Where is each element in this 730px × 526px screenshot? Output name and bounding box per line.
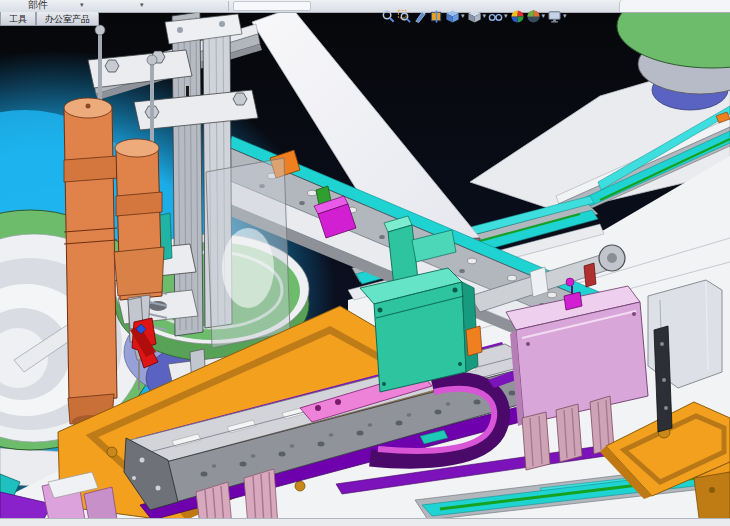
apply-scene-caret-icon[interactable]: ▾	[542, 12, 546, 20]
view-settings-caret-icon[interactable]: ▾	[563, 12, 567, 20]
apply-scene-icon[interactable]	[526, 9, 541, 24]
section-view-icon[interactable]	[429, 9, 444, 24]
press-cylinder-left[interactable]	[64, 98, 117, 429]
tab-office-products[interactable]: 办公室产品	[36, 12, 99, 26]
component-button[interactable]: 部件	[28, 0, 48, 12]
zoom-to-area-icon[interactable]	[397, 9, 412, 24]
zoom-to-fit-icon[interactable]	[381, 9, 396, 24]
orange-sensor[interactable]	[466, 326, 482, 356]
view-orientation-caret-icon[interactable]: ▾	[461, 12, 465, 20]
view-orientation-icon[interactable]	[445, 9, 460, 24]
edit-appearance-icon[interactable]	[510, 9, 525, 24]
view-settings-icon[interactable]	[547, 9, 562, 24]
cad-window: 部件 ▾ ▾ 工具 办公室产品 ▾ ▾ ▾ ▾ ▾	[0, 0, 730, 526]
command-toolbar-strip: 部件 ▾ ▾	[0, 0, 730, 13]
display-style-icon[interactable]	[467, 9, 482, 24]
toolbar-separator	[228, 1, 229, 11]
component-dropdown-caret-icon[interactable]: ▾	[80, 1, 84, 9]
hide-show-caret-icon[interactable]: ▾	[504, 12, 508, 20]
red-fitting	[584, 263, 596, 287]
previous-view-icon[interactable]	[413, 9, 428, 24]
toolbar-blank-button[interactable]	[233, 1, 311, 11]
status-bar	[0, 518, 730, 526]
tab-tools[interactable]: 工具	[0, 12, 36, 26]
display-style-caret-icon[interactable]: ▾	[483, 12, 487, 20]
toolbar-dropdown-caret-icon[interactable]: ▾	[140, 1, 144, 9]
commandmanager-tabs: 工具 办公室产品	[0, 12, 99, 26]
hide-show-items-icon[interactable]	[488, 9, 503, 24]
viewport-3d[interactable]	[0, 0, 730, 526]
toolbar-right-section	[619, 0, 730, 12]
heads-up-view-toolbar: ▾ ▾ ▾ ▾ ▾	[381, 7, 568, 25]
